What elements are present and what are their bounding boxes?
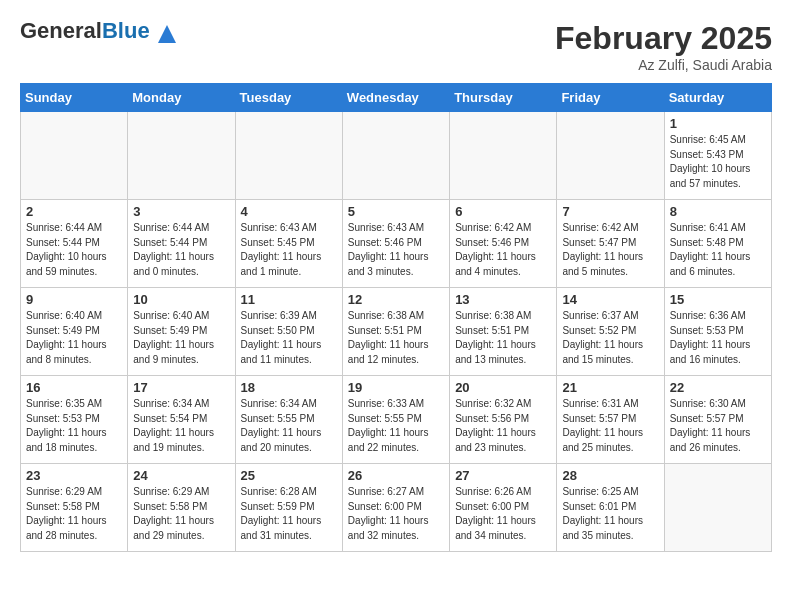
svg-marker-0 bbox=[158, 25, 176, 43]
day-number: 21 bbox=[562, 380, 658, 395]
calendar-cell: 13Sunrise: 6:38 AM Sunset: 5:51 PM Dayli… bbox=[450, 288, 557, 376]
day-number: 15 bbox=[670, 292, 766, 307]
calendar-cell: 26Sunrise: 6:27 AM Sunset: 6:00 PM Dayli… bbox=[342, 464, 449, 552]
day-number: 8 bbox=[670, 204, 766, 219]
weekday-header-saturday: Saturday bbox=[664, 84, 771, 112]
day-info: Sunrise: 6:44 AM Sunset: 5:44 PM Dayligh… bbox=[133, 221, 229, 279]
calendar-cell: 10Sunrise: 6:40 AM Sunset: 5:49 PM Dayli… bbox=[128, 288, 235, 376]
day-info: Sunrise: 6:26 AM Sunset: 6:00 PM Dayligh… bbox=[455, 485, 551, 543]
calendar-cell: 27Sunrise: 6:26 AM Sunset: 6:00 PM Dayli… bbox=[450, 464, 557, 552]
calendar-cell: 28Sunrise: 6:25 AM Sunset: 6:01 PM Dayli… bbox=[557, 464, 664, 552]
day-number: 10 bbox=[133, 292, 229, 307]
day-number: 18 bbox=[241, 380, 337, 395]
day-number: 11 bbox=[241, 292, 337, 307]
calendar-week-row: 23Sunrise: 6:29 AM Sunset: 5:58 PM Dayli… bbox=[21, 464, 772, 552]
logo-general-text: General bbox=[20, 18, 102, 43]
day-info: Sunrise: 6:39 AM Sunset: 5:50 PM Dayligh… bbox=[241, 309, 337, 367]
calendar-cell: 11Sunrise: 6:39 AM Sunset: 5:50 PM Dayli… bbox=[235, 288, 342, 376]
day-info: Sunrise: 6:45 AM Sunset: 5:43 PM Dayligh… bbox=[670, 133, 766, 191]
calendar-cell: 22Sunrise: 6:30 AM Sunset: 5:57 PM Dayli… bbox=[664, 376, 771, 464]
day-number: 20 bbox=[455, 380, 551, 395]
calendar-cell: 17Sunrise: 6:34 AM Sunset: 5:54 PM Dayli… bbox=[128, 376, 235, 464]
day-number: 16 bbox=[26, 380, 122, 395]
logo: GeneralBlue bbox=[20, 20, 176, 43]
day-info: Sunrise: 6:29 AM Sunset: 5:58 PM Dayligh… bbox=[26, 485, 122, 543]
calendar-cell: 21Sunrise: 6:31 AM Sunset: 5:57 PM Dayli… bbox=[557, 376, 664, 464]
day-number: 5 bbox=[348, 204, 444, 219]
calendar-cell: 23Sunrise: 6:29 AM Sunset: 5:58 PM Dayli… bbox=[21, 464, 128, 552]
day-number: 13 bbox=[455, 292, 551, 307]
calendar-subtitle: Az Zulfi, Saudi Arabia bbox=[555, 57, 772, 73]
day-info: Sunrise: 6:25 AM Sunset: 6:01 PM Dayligh… bbox=[562, 485, 658, 543]
day-number: 3 bbox=[133, 204, 229, 219]
calendar-cell: 1Sunrise: 6:45 AM Sunset: 5:43 PM Daylig… bbox=[664, 112, 771, 200]
calendar-cell: 20Sunrise: 6:32 AM Sunset: 5:56 PM Dayli… bbox=[450, 376, 557, 464]
calendar-cell: 25Sunrise: 6:28 AM Sunset: 5:59 PM Dayli… bbox=[235, 464, 342, 552]
day-number: 17 bbox=[133, 380, 229, 395]
weekday-header-thursday: Thursday bbox=[450, 84, 557, 112]
day-number: 2 bbox=[26, 204, 122, 219]
day-number: 22 bbox=[670, 380, 766, 395]
day-number: 1 bbox=[670, 116, 766, 131]
calendar-cell: 6Sunrise: 6:42 AM Sunset: 5:46 PM Daylig… bbox=[450, 200, 557, 288]
day-number: 12 bbox=[348, 292, 444, 307]
weekday-header-monday: Monday bbox=[128, 84, 235, 112]
day-info: Sunrise: 6:33 AM Sunset: 5:55 PM Dayligh… bbox=[348, 397, 444, 455]
calendar-cell: 8Sunrise: 6:41 AM Sunset: 5:48 PM Daylig… bbox=[664, 200, 771, 288]
day-info: Sunrise: 6:34 AM Sunset: 5:54 PM Dayligh… bbox=[133, 397, 229, 455]
title-block: February 2025 Az Zulfi, Saudi Arabia bbox=[555, 20, 772, 73]
calendar-cell bbox=[235, 112, 342, 200]
day-info: Sunrise: 6:31 AM Sunset: 5:57 PM Dayligh… bbox=[562, 397, 658, 455]
logo-icon bbox=[158, 25, 176, 43]
calendar-cell: 15Sunrise: 6:36 AM Sunset: 5:53 PM Dayli… bbox=[664, 288, 771, 376]
calendar-cell bbox=[128, 112, 235, 200]
weekday-header-sunday: Sunday bbox=[21, 84, 128, 112]
day-info: Sunrise: 6:36 AM Sunset: 5:53 PM Dayligh… bbox=[670, 309, 766, 367]
calendar-week-row: 9Sunrise: 6:40 AM Sunset: 5:49 PM Daylig… bbox=[21, 288, 772, 376]
day-number: 14 bbox=[562, 292, 658, 307]
calendar-cell: 7Sunrise: 6:42 AM Sunset: 5:47 PM Daylig… bbox=[557, 200, 664, 288]
calendar-week-row: 1Sunrise: 6:45 AM Sunset: 5:43 PM Daylig… bbox=[21, 112, 772, 200]
day-info: Sunrise: 6:38 AM Sunset: 5:51 PM Dayligh… bbox=[455, 309, 551, 367]
calendar-cell bbox=[21, 112, 128, 200]
day-info: Sunrise: 6:37 AM Sunset: 5:52 PM Dayligh… bbox=[562, 309, 658, 367]
day-info: Sunrise: 6:32 AM Sunset: 5:56 PM Dayligh… bbox=[455, 397, 551, 455]
day-number: 4 bbox=[241, 204, 337, 219]
day-number: 26 bbox=[348, 468, 444, 483]
calendar-week-row: 16Sunrise: 6:35 AM Sunset: 5:53 PM Dayli… bbox=[21, 376, 772, 464]
day-info: Sunrise: 6:28 AM Sunset: 5:59 PM Dayligh… bbox=[241, 485, 337, 543]
weekday-header-row: SundayMondayTuesdayWednesdayThursdayFrid… bbox=[21, 84, 772, 112]
weekday-header-wednesday: Wednesday bbox=[342, 84, 449, 112]
day-info: Sunrise: 6:40 AM Sunset: 5:49 PM Dayligh… bbox=[133, 309, 229, 367]
day-info: Sunrise: 6:34 AM Sunset: 5:55 PM Dayligh… bbox=[241, 397, 337, 455]
calendar-cell bbox=[664, 464, 771, 552]
calendar-cell: 18Sunrise: 6:34 AM Sunset: 5:55 PM Dayli… bbox=[235, 376, 342, 464]
day-info: Sunrise: 6:43 AM Sunset: 5:45 PM Dayligh… bbox=[241, 221, 337, 279]
day-number: 7 bbox=[562, 204, 658, 219]
calendar-cell bbox=[450, 112, 557, 200]
calendar-cell: 16Sunrise: 6:35 AM Sunset: 5:53 PM Dayli… bbox=[21, 376, 128, 464]
calendar-cell: 2Sunrise: 6:44 AM Sunset: 5:44 PM Daylig… bbox=[21, 200, 128, 288]
calendar-cell: 14Sunrise: 6:37 AM Sunset: 5:52 PM Dayli… bbox=[557, 288, 664, 376]
calendar-cell bbox=[557, 112, 664, 200]
calendar-cell: 19Sunrise: 6:33 AM Sunset: 5:55 PM Dayli… bbox=[342, 376, 449, 464]
day-info: Sunrise: 6:42 AM Sunset: 5:47 PM Dayligh… bbox=[562, 221, 658, 279]
day-info: Sunrise: 6:35 AM Sunset: 5:53 PM Dayligh… bbox=[26, 397, 122, 455]
calendar-cell: 3Sunrise: 6:44 AM Sunset: 5:44 PM Daylig… bbox=[128, 200, 235, 288]
day-number: 23 bbox=[26, 468, 122, 483]
day-info: Sunrise: 6:27 AM Sunset: 6:00 PM Dayligh… bbox=[348, 485, 444, 543]
day-info: Sunrise: 6:29 AM Sunset: 5:58 PM Dayligh… bbox=[133, 485, 229, 543]
day-number: 9 bbox=[26, 292, 122, 307]
calendar-cell: 5Sunrise: 6:43 AM Sunset: 5:46 PM Daylig… bbox=[342, 200, 449, 288]
day-info: Sunrise: 6:30 AM Sunset: 5:57 PM Dayligh… bbox=[670, 397, 766, 455]
calendar-cell bbox=[342, 112, 449, 200]
day-number: 19 bbox=[348, 380, 444, 395]
calendar-table: SundayMondayTuesdayWednesdayThursdayFrid… bbox=[20, 83, 772, 552]
page-header: GeneralBlue February 2025 Az Zulfi, Saud… bbox=[20, 20, 772, 73]
day-info: Sunrise: 6:40 AM Sunset: 5:49 PM Dayligh… bbox=[26, 309, 122, 367]
day-number: 28 bbox=[562, 468, 658, 483]
calendar-cell: 9Sunrise: 6:40 AM Sunset: 5:49 PM Daylig… bbox=[21, 288, 128, 376]
day-info: Sunrise: 6:42 AM Sunset: 5:46 PM Dayligh… bbox=[455, 221, 551, 279]
weekday-header-tuesday: Tuesday bbox=[235, 84, 342, 112]
logo-blue-text: Blue bbox=[102, 18, 150, 43]
